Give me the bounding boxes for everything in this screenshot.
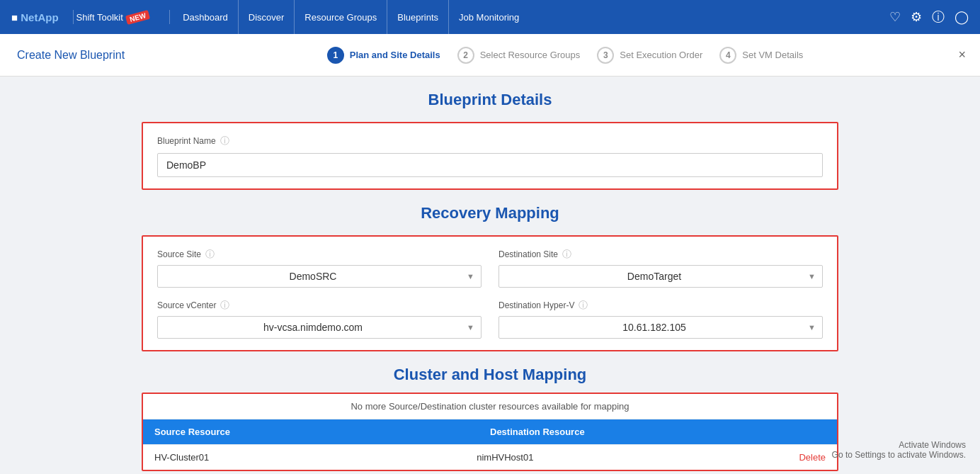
nav-blueprints[interactable]: Blueprints [387,0,449,34]
user-icon[interactable]: ◯ [955,9,969,25]
mapping-grid: Source Site ⓘ DemoSRC ▼ Destination Site… [157,248,823,339]
help-icon[interactable]: ⓘ [932,9,945,26]
toolkit-name: Shift Toolkit [76,12,123,23]
destination-site-group: Destination Site ⓘ DemoTarget ▼ [498,248,823,288]
nav-links: Dashboard Discover Resource Groups Bluep… [173,0,889,34]
wizard-steps: 1 Plan and Site Details 2 Select Resourc… [167,47,963,64]
activate-watermark: Activate Windows Go to Settings to activ… [832,440,966,460]
nav-job-monitoring[interactable]: Job Monitoring [449,0,529,34]
cluster-section-title: Cluster and Host Mapping [142,366,838,384]
source-site-label: Source Site ⓘ [157,248,482,261]
step-circle-1: 1 [327,47,344,64]
source-site-select-wrapper: DemoSRC ▼ [157,265,482,288]
nav-resource-groups[interactable]: Resource Groups [295,0,387,34]
source-vcenter-label: Source vCenter ⓘ [157,299,482,312]
bell-icon[interactable]: ♡ [889,9,901,25]
source-site-info-icon[interactable]: ⓘ [205,248,215,261]
step-circle-4: 4 [719,47,736,64]
wizard-header: Create New Blueprint 1 Plan and Site Det… [0,34,980,77]
main-content: Blueprint Details Blueprint Name ⓘ Recov… [0,77,980,474]
cluster-header-source: Source Resource [154,427,490,437]
source-site-select[interactable]: DemoSRC [157,265,482,288]
watermark-line2: Go to Settings to activate Windows. [832,450,966,460]
source-site-group: Source Site ⓘ DemoSRC ▼ [157,248,482,288]
nav-discover[interactable]: Discover [239,0,295,34]
destination-site-select-wrapper: DemoTarget ▼ [498,265,823,288]
brand-name: NetApp [21,11,58,23]
step-label-4: Set VM Details [742,50,803,60]
source-vcenter-info-icon[interactable]: ⓘ [220,299,229,312]
watermark-line1: Activate Windows [832,440,966,450]
brand-logo: ■ NetApp [11,11,59,23]
blueprint-name-label: Blueprint Name ⓘ [157,135,823,147]
source-vcenter-select-wrapper: hv-vcsa.nimdemo.com ▼ [157,316,482,339]
blueprint-section-title: Blueprint Details [142,91,838,109]
source-vcenter-group: Source vCenter ⓘ hv-vcsa.nimdemo.com ▼ [157,299,482,339]
destination-hyperv-select[interactable]: 10.61.182.105 [498,316,823,339]
destination-hyperv-label: Destination Hyper-V ⓘ [498,299,823,312]
gear-icon[interactable]: ⚙ [911,9,922,25]
cluster-source-resource: HV-Cluster01 [154,452,477,463]
wizard-step-4[interactable]: 4 Set VM Details [719,47,803,64]
source-vcenter-select[interactable]: hv-vcsa.nimdemo.com [157,316,482,339]
wizard-title: Create New Blueprint [17,49,125,62]
destination-site-select[interactable]: DemoTarget [498,265,823,288]
destination-hyperv-group: Destination Hyper-V ⓘ 10.61.182.105 ▼ [498,299,823,339]
brand: ■ NetApp [11,11,59,23]
top-nav: ■ NetApp Shift Toolkit NEW Dashboard Dis… [0,0,980,34]
cluster-info-bar: No more Source/Destination cluster resou… [143,394,837,419]
cluster-header-destination: Destination Resource [490,427,826,437]
blueprint-name-input[interactable] [157,153,823,177]
wizard-step-2[interactable]: 2 Select Resource Groups [457,47,581,64]
cluster-table-header: Source Resource Destination Resource [143,419,837,444]
destination-site-label: Destination Site ⓘ [498,248,823,261]
blueprint-name-info-icon[interactable]: ⓘ [220,135,229,147]
toolkit-label: Shift Toolkit NEW [76,12,150,23]
blueprint-name-card: Blueprint Name ⓘ [142,122,838,190]
recovery-mapping-card: Source Site ⓘ DemoSRC ▼ Destination Site… [142,235,838,351]
wizard-step-1[interactable]: 1 Plan and Site Details [327,47,440,64]
toolkit-badge: NEW [125,9,151,24]
cluster-destination-resource: nimHVHost01 [477,452,799,463]
close-button[interactable]: × [958,47,966,62]
nav-icons: ♡ ⚙ ⓘ ◯ [889,9,969,26]
step-label-2: Select Resource Groups [480,50,581,60]
destination-hyperv-info-icon[interactable]: ⓘ [579,299,588,312]
step-label-3: Set Execution Order [620,50,702,60]
step-circle-2: 2 [457,47,474,64]
recovery-mapping-title: Recovery Mapping [142,204,838,222]
nav-dashboard[interactable]: Dashboard [173,0,239,34]
table-row: HV-Cluster01 nimHVHost01 Delete [143,444,837,470]
wizard-step-3[interactable]: 3 Set Execution Order [597,47,702,64]
delete-row-button[interactable]: Delete [799,452,826,463]
nav-divider-2 [169,10,170,24]
destination-site-info-icon[interactable]: ⓘ [562,248,571,261]
cluster-mapping-card: No more Source/Destination cluster resou… [142,393,838,471]
step-label-1: Plan and Site Details [350,50,440,60]
nav-divider-1 [73,10,74,24]
destination-hyperv-select-wrapper: 10.61.182.105 ▼ [498,316,823,339]
step-circle-3: 3 [597,47,614,64]
